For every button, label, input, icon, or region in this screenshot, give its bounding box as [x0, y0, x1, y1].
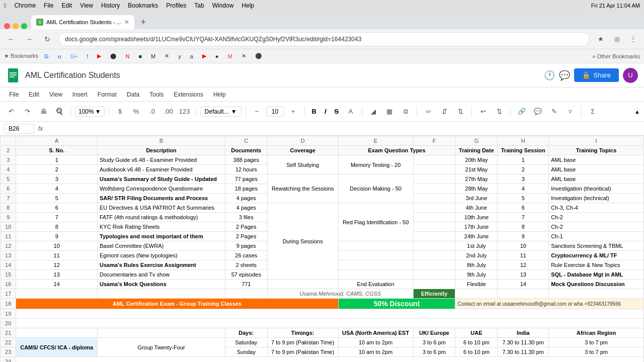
number-format-button[interactable]: 123 — [178, 105, 192, 119]
cell-c6[interactable]: 18 pages — [225, 184, 267, 194]
row-header-18[interactable]: 18 — [1, 299, 16, 309]
redo-button[interactable]: ↷ — [20, 105, 34, 119]
cell-g4[interactable]: 21st May — [455, 165, 498, 174]
cell-a22[interactable]: CAMS/ CFCS/ ICA - diploma — [16, 338, 98, 357]
cell-g21[interactable]: UAE — [455, 328, 498, 338]
cell-e12[interactable] — [338, 241, 413, 251]
cell-i23[interactable]: 3 to 7 pm — [549, 347, 644, 357]
row-header-14[interactable]: 14 — [1, 260, 16, 270]
chrome-menu[interactable]: Chrome — [14, 2, 36, 9]
cell-c21[interactable]: Days: — [225, 328, 267, 338]
cell-h8[interactable]: 6 — [498, 203, 549, 213]
bookmark-misc6[interactable]: ● — [212, 52, 222, 60]
cell-a16[interactable]: 14 — [16, 280, 98, 289]
bookmark-f[interactable]: f — [84, 52, 91, 60]
cell-i5[interactable]: AML base — [549, 174, 644, 184]
cell-b5[interactable]: Usama's Summary of Study Guide - Updated — [98, 174, 225, 184]
undo-button[interactable]: ↶ — [4, 105, 18, 119]
bookmark-misc8[interactable]: ⚫ — [252, 52, 265, 60]
cell-b14[interactable]: Usama's Rules Exercise Assignment — [98, 260, 225, 270]
cell-h17[interactable] — [498, 289, 549, 299]
menu-view[interactable]: View — [45, 89, 66, 100]
col-header-i[interactable]: I — [549, 136, 644, 146]
cell-g9[interactable]: 10th June — [455, 213, 498, 222]
col-header-b[interactable]: B — [98, 136, 225, 146]
cell-e2[interactable]: Exam Question Types — [338, 146, 455, 155]
cell-e22[interactable]: 10 am to 2pm — [338, 338, 413, 347]
other-bookmarks[interactable]: » Other Bookmarks — [592, 53, 640, 59]
menu-extensions[interactable]: Extensions — [170, 89, 207, 100]
sum-button[interactable]: Σ — [586, 105, 600, 119]
row-header-12[interactable]: 12 — [1, 241, 16, 251]
cell-h6[interactable]: 4 — [498, 184, 549, 194]
bookmark-u[interactable]: u — [55, 52, 64, 60]
bookmark-misc7[interactable]: ✕ — [238, 52, 249, 60]
bookmark-yt[interactable]: ▶ — [94, 52, 104, 60]
cell-a20[interactable] — [16, 319, 644, 328]
cell-g6[interactable]: 28th May — [455, 184, 498, 194]
bookmark-misc1[interactable]: ⬤ — [107, 52, 119, 60]
row-header-7[interactable]: 7 — [1, 194, 16, 203]
maximize-dot[interactable] — [21, 23, 27, 29]
cell-f14[interactable] — [413, 260, 455, 270]
cell-f6[interactable] — [413, 184, 455, 194]
cell-c4[interactable]: 12 hours — [225, 165, 267, 174]
print-button[interactable]: 🖶 — [36, 105, 50, 119]
cell-i14[interactable]: Rule Exercise & New Topics — [549, 260, 644, 270]
cell-i7[interactable]: Investigation (technical) — [549, 194, 644, 203]
cell-h9[interactable]: 7 — [498, 213, 549, 222]
cell-h16[interactable]: 14 — [498, 280, 549, 289]
url-bar[interactable]: docs.google.com/spreadsheets/d/1LUCme9vC… — [58, 32, 590, 46]
cell-i15[interactable]: SQL - Database Mgt in AML — [549, 270, 644, 280]
bookmarks-menu[interactable]: Bookmarks — [128, 2, 158, 9]
cell-g7[interactable]: 3rd June — [455, 194, 498, 203]
cell-f7[interactable] — [413, 194, 455, 203]
chrome-menu-icon[interactable]: ⋮ — [626, 32, 640, 46]
row-header-8[interactable]: 8 — [1, 203, 16, 213]
cell-f3[interactable] — [413, 155, 455, 165]
cell-b16[interactable]: Usama's Mock Questions — [98, 280, 225, 289]
cell-g16[interactable]: Flexible — [455, 280, 498, 289]
cell-i16[interactable]: Mock Questions Discussion — [549, 280, 644, 289]
cell-a9[interactable]: 7 — [16, 213, 98, 222]
cell-b21[interactable] — [98, 328, 225, 338]
bookmark-g[interactable]: G — [41, 52, 52, 60]
cell-g10[interactable]: 17th June — [455, 222, 498, 232]
cell-i22[interactable]: 3 to 7 pm — [549, 338, 644, 347]
cell-g14[interactable]: 8th July — [455, 260, 498, 270]
comment-icon[interactable]: 💬 — [559, 70, 570, 81]
cell-b3[interactable]: Study Guide v6.48 - Examiner Provided — [98, 155, 225, 165]
menu-file[interactable]: File — [5, 89, 23, 100]
cell-f16[interactable] — [413, 280, 455, 289]
bookmark-x[interactable]: ✕ — [162, 52, 172, 60]
share-button[interactable]: 🔓 Share — [574, 68, 619, 82]
cell-g15[interactable]: 9th July — [455, 270, 498, 280]
cell-f11[interactable] — [413, 232, 455, 241]
cell-f17[interactable]: Efficiently — [413, 289, 455, 299]
cell-d23[interactable]: 7 to 9 pm (Pakistan Time) — [267, 347, 338, 357]
minimize-dot[interactable] — [13, 23, 19, 29]
cell-b15[interactable]: Documentaries and Tv show — [98, 270, 225, 280]
menu-help[interactable]: Help — [209, 89, 230, 100]
cell-c3[interactable]: 388 pages — [225, 155, 267, 165]
cell-e3[interactable]: Memory Testing - 20 — [338, 155, 413, 174]
align-middle-button[interactable]: ⇵ — [437, 105, 451, 119]
edit-menu[interactable]: Edit — [61, 2, 72, 9]
cell-i17[interactable] — [549, 289, 644, 299]
row-header-4[interactable]: 4 — [1, 165, 16, 174]
cell-e14[interactable] — [338, 260, 413, 270]
row-header-15[interactable]: 15 — [1, 270, 16, 280]
extensions-icon[interactable]: ◎ — [610, 32, 624, 46]
cell-a15[interactable]: 13 — [16, 270, 98, 280]
cell-h4[interactable]: 2 — [498, 165, 549, 174]
menu-tools[interactable]: Tools — [145, 89, 168, 100]
cell-i8[interactable]: Ch-3, Ch-4 — [549, 203, 644, 213]
cell-a4[interactable]: 2 — [16, 165, 98, 174]
cell-e21[interactable]: USA (North America) EST — [338, 328, 413, 338]
bookmark-misc4[interactable]: y — [175, 52, 184, 60]
cell-g5[interactable]: 27th May — [455, 174, 498, 184]
cell-g11[interactable]: 24th June — [455, 232, 498, 241]
cell-h10[interactable]: 8 — [498, 222, 549, 232]
cell-h13[interactable]: 11 — [498, 251, 549, 260]
close-dot[interactable] — [4, 23, 10, 29]
